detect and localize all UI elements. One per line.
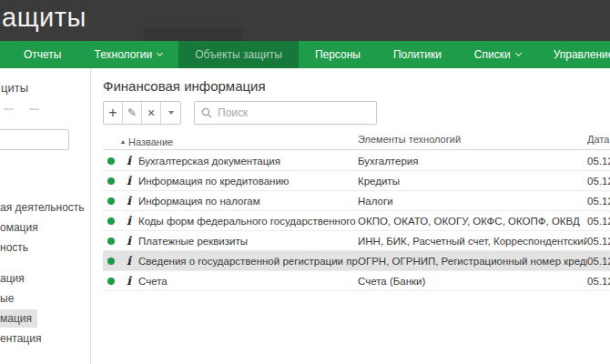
tree-item-label: мация xyxy=(0,309,37,328)
row-tech: Бухгалтерия xyxy=(358,156,587,167)
info-icon[interactable]: i xyxy=(127,155,131,167)
row-date: 05.12 xyxy=(587,256,610,267)
page-title: Финансовая информация xyxy=(103,78,266,94)
main-nav: Отчеты Технологии Объекты защиты Персоны… xyxy=(0,41,610,68)
sidebar-tree-item[interactable]: омация xyxy=(0,217,90,238)
sidebar-tree-item[interactable]: ые xyxy=(0,288,90,308)
info-icon[interactable]: i xyxy=(127,235,131,247)
info-icon[interactable]: i xyxy=(127,175,131,187)
status-cell xyxy=(103,157,119,165)
row-name: Платежные реквизиты xyxy=(138,236,358,247)
info-cell: i xyxy=(119,255,138,267)
sidebar-tree-item[interactable]: ность xyxy=(0,238,90,258)
table-row[interactable]: i Информация по налогам Налоги 05.12 xyxy=(103,191,610,211)
sidebar-tree-item[interactable]: ация xyxy=(0,268,90,288)
column-header-name[interactable]: ▴ Название xyxy=(121,134,358,149)
table-row[interactable]: i Счета Счета (Банки) 05.12 xyxy=(103,271,610,291)
row-date: 05.12 xyxy=(587,176,610,187)
sort-asc-icon: ▴ xyxy=(121,137,125,146)
sidebar-filter-input[interactable] xyxy=(0,129,69,150)
table-row[interactable]: i Коды форм федерального государственног… xyxy=(103,211,610,231)
info-icon[interactable]: i xyxy=(127,215,131,227)
status-dot-icon xyxy=(107,217,115,225)
status-dot-icon xyxy=(107,157,115,165)
sidebar-toolbar-icon xyxy=(29,108,39,110)
sidebar-tree-item[interactable]: ентация xyxy=(0,329,90,349)
row-date: 05.12 xyxy=(587,216,610,227)
row-tech: Налоги xyxy=(358,196,587,207)
nav-item-technologies[interactable]: Технологии xyxy=(77,41,178,68)
toolbar-button-group: + ✎ × xyxy=(103,101,181,125)
sidebar-toolbar-icon xyxy=(4,108,14,110)
row-name: Сведения о государственной регистрации п… xyxy=(138,256,358,267)
row-date: 05.12 xyxy=(587,236,610,247)
table-row-selected[interactable]: i Сведения о государственной регистрации… xyxy=(103,251,610,271)
status-cell xyxy=(103,197,119,205)
pencil-icon: ✎ xyxy=(127,106,137,119)
row-tech: ОГРН, ОГРНИП, Регистрационный номер кред… xyxy=(358,256,587,267)
table-row[interactable]: i Платежные реквизиты ИНН, БИК, Расчетны… xyxy=(103,231,610,251)
info-cell: i xyxy=(119,175,138,187)
column-label: Дата xyxy=(587,134,609,145)
column-header-tech[interactable]: Элементы технологий xyxy=(358,134,587,149)
row-name: Коды форм федерального государственного … xyxy=(138,216,358,227)
nav-item-management[interactable]: Управление xyxy=(537,41,610,68)
status-cell xyxy=(103,238,119,245)
nav-item-label: Технологии xyxy=(94,48,152,61)
status-cell xyxy=(103,217,119,225)
tree-item-label: омация xyxy=(0,221,38,234)
table-header: ▴ Название Элементы технологий Дата xyxy=(103,134,610,150)
search-icon xyxy=(201,107,212,118)
more-actions-button[interactable] xyxy=(161,102,180,124)
status-dot-icon xyxy=(107,278,115,285)
nav-item-label: Объекты защиты xyxy=(195,48,282,61)
tree-item-label: ые xyxy=(0,292,14,305)
edit-button[interactable]: ✎ xyxy=(123,102,142,124)
page: ащиты Отчеты Технологии Объекты защиты П… xyxy=(0,0,610,364)
info-cell: i xyxy=(119,275,138,287)
table-row[interactable]: i Информация по кредитованию Кредиты 05.… xyxy=(103,171,610,191)
active-tab-shadow xyxy=(144,28,242,41)
tree-item-label: ентация xyxy=(0,332,41,345)
info-cell: i xyxy=(119,215,138,227)
nav-item-reports[interactable]: Отчеты xyxy=(7,41,77,68)
sidebar-tree-item-selected[interactable]: мация xyxy=(0,308,90,329)
chevron-down-icon xyxy=(157,50,163,56)
status-cell xyxy=(103,278,119,285)
app-title: ащиты xyxy=(2,3,86,33)
row-tech: ИНН, БИК, Расчетный счет, Корреспондентс… xyxy=(358,236,587,247)
row-tech: ОКПО, ОКАТО, ОКОГУ, ОКФС, ОКОПФ, ОКВД xyxy=(358,216,587,227)
search-box xyxy=(194,101,377,125)
row-name: Информация по кредитованию xyxy=(138,176,358,187)
nav-item-label: Списки xyxy=(474,48,511,61)
sidebar-tree-item[interactable]: ая деятельность xyxy=(0,197,90,217)
sidebar: циты ая деятельность омация ность ация ы… xyxy=(0,68,91,364)
main-content: Финансовая информация + ✎ × xyxy=(103,68,610,364)
nav-item-protection-objects[interactable]: Объекты защиты xyxy=(178,41,299,68)
info-icon[interactable]: i xyxy=(127,255,131,267)
toolbar: + ✎ × xyxy=(103,101,377,125)
add-button[interactable]: + xyxy=(104,102,123,124)
info-icon[interactable]: i xyxy=(127,195,131,207)
row-tech: Счета (Банки) xyxy=(358,276,587,287)
tree-item-label: ация xyxy=(0,272,25,285)
column-header-date[interactable]: Дата xyxy=(587,134,610,149)
nav-item-lists[interactable]: Списки xyxy=(458,41,537,68)
chevron-down-icon xyxy=(515,50,522,56)
app-header: ащиты xyxy=(0,0,610,41)
table-row[interactable]: i Бухгалтерская документация Бухгалтерия… xyxy=(103,151,610,171)
delete-button[interactable]: × xyxy=(142,102,161,124)
search-input[interactable] xyxy=(218,106,370,119)
info-cell: i xyxy=(119,235,138,247)
tree-item-label: ность xyxy=(0,241,28,254)
row-name: Бухгалтерская документация xyxy=(138,156,358,167)
column-label: Элементы технологий xyxy=(358,134,461,145)
row-tech: Кредиты xyxy=(358,176,587,187)
status-dot-icon xyxy=(107,258,115,265)
tree-item-label: ая деятельность xyxy=(0,201,85,214)
close-icon: × xyxy=(147,106,155,120)
info-icon[interactable]: i xyxy=(127,275,131,287)
nav-item-policies[interactable]: Политики xyxy=(377,41,458,68)
row-name: Счета xyxy=(138,276,358,287)
nav-item-persons[interactable]: Персоны xyxy=(299,41,377,68)
